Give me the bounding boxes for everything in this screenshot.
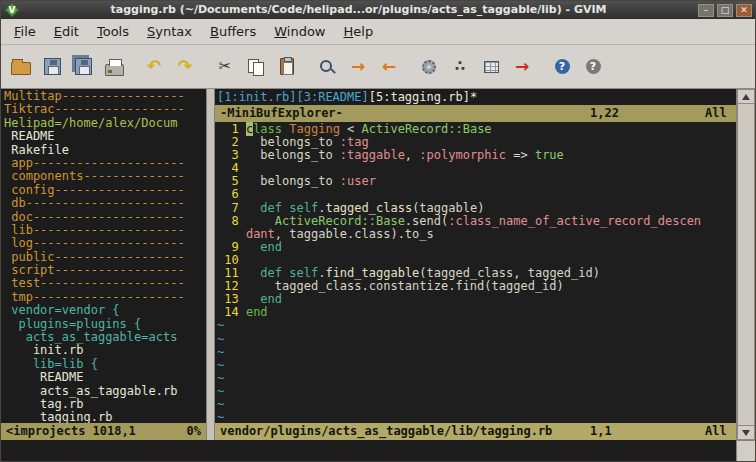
code-line[interactable]: 14 end: [217, 306, 736, 319]
menu-window[interactable]: Window: [265, 20, 334, 44]
tree-item[interactable]: test--------------------: [4, 277, 206, 290]
editor-status-line[interactable]: vendor/plugins/acts_as_taggable/lib/tagg…: [215, 423, 736, 440]
menu-file[interactable]: File: [5, 20, 45, 44]
code-line[interactable]: 9 end: [217, 241, 736, 254]
tree-item[interactable]: lib=lib {: [4, 358, 206, 371]
redo-button[interactable]: ↷: [171, 53, 199, 81]
tilde-marker: ~: [217, 384, 224, 398]
maximize-button[interactable]: □: [717, 4, 733, 17]
tree-item[interactable]: Multitap-----------------: [4, 90, 206, 103]
find-prev-icon: ←: [382, 58, 396, 75]
tree-item[interactable]: tagging.rb: [4, 411, 206, 423]
tree-item[interactable]: init.rb: [4, 344, 206, 357]
resize-corner[interactable]: [736, 440, 755, 461]
find-help-button[interactable]: ?: [579, 53, 607, 81]
tree-item[interactable]: doc---------------------: [4, 211, 206, 224]
close-button[interactable]: ✕: [736, 4, 752, 17]
code-token: def: [260, 266, 282, 280]
code-area[interactable]: 1 class Tagging < ActiveRecord::Base 2 b…: [215, 122, 736, 423]
tree-item[interactable]: config------------------: [4, 184, 206, 197]
editor-status-scroll: All: [705, 423, 731, 440]
line-number: 9: [217, 240, 246, 254]
save-icon: [44, 58, 61, 75]
tree-item[interactable]: tmp---------------------: [4, 291, 206, 304]
make-button[interactable]: [415, 53, 443, 81]
code-line[interactable]: 13 end: [217, 293, 736, 306]
tree-item[interactable]: acts_as_taggable=acts: [4, 331, 206, 344]
code-line[interactable]: 12 tagged_class.constantize.find(tagged_…: [217, 280, 736, 293]
copy-button[interactable]: [242, 53, 270, 81]
menu-edit[interactable]: Edit: [45, 20, 88, 44]
redo-icon: ↷: [178, 58, 192, 75]
code-token: end: [246, 305, 268, 319]
tag-jump-button[interactable]: →: [508, 53, 536, 81]
menu-tools[interactable]: Tools: [88, 20, 138, 44]
code-token: <: [340, 122, 362, 136]
undo-button[interactable]: ↶: [140, 53, 168, 81]
menu-buffers[interactable]: Buffers: [201, 20, 265, 44]
scrollbar-down-button[interactable]: [737, 425, 755, 440]
code-line[interactable]: 5 belongs_to :user: [217, 175, 736, 188]
vim-logo-icon: [6, 4, 18, 16]
tree-item[interactable]: lib---------------------: [4, 224, 206, 237]
buffer-tab[interactable]: [3:README]: [296, 90, 368, 104]
code-token: ,: [405, 148, 419, 162]
run-ctags-button[interactable]: ∴: [446, 53, 474, 81]
print-button[interactable]: [100, 53, 128, 81]
tree-item[interactable]: acts_as_taggable.rb: [4, 385, 206, 398]
find-replace-button[interactable]: [313, 53, 341, 81]
tree-item[interactable]: public------------------: [4, 251, 206, 264]
buffer-tab[interactable]: [1:init.rb]: [217, 90, 296, 104]
minimize-button[interactable]: –: [698, 4, 714, 17]
save-all-button[interactable]: [69, 53, 97, 81]
code-token: true: [535, 148, 564, 162]
tree-item[interactable]: app---------------------: [4, 157, 206, 170]
project-status-position: 1018,1: [92, 423, 135, 440]
tree-item[interactable]: README: [4, 371, 206, 384]
scrollbar-thumb[interactable]: [737, 104, 755, 425]
code-token: , taggable.class).to_s: [275, 227, 434, 241]
title-bar[interactable]: tagging.rb (~/Documents/Code/helipad...o…: [1, 1, 755, 19]
tree-item[interactable]: README: [4, 130, 206, 143]
code-token: [246, 292, 260, 306]
make-icon: [422, 60, 436, 74]
code-token: :class_name_of_active_record_descen: [448, 214, 701, 228]
tilde-line: ~: [217, 319, 736, 332]
tree-item[interactable]: tag.rb: [4, 398, 206, 411]
project-tree: Multitap-----------------Tiktrac--------…: [1, 89, 206, 423]
find-prev-button[interactable]: ←: [375, 53, 403, 81]
code-token: :polymorphic: [419, 148, 506, 162]
scrollbar-up-button[interactable]: [737, 89, 755, 104]
line-number: 4: [217, 161, 246, 175]
tree-item[interactable]: script------------------: [4, 264, 206, 277]
tree-item[interactable]: components--------------: [4, 170, 206, 183]
tree-item[interactable]: Tiktrac------------------: [4, 103, 206, 116]
project-status-line[interactable]: <improjects 1018,1 0%: [1, 423, 206, 440]
code-line[interactable]: dant, taggable.class).to_s: [217, 228, 736, 241]
open-button[interactable]: [7, 53, 35, 81]
toolbar: ↶↷✂→←∴→??: [1, 45, 755, 89]
code-token: self: [289, 201, 318, 215]
menu-help[interactable]: Help: [334, 20, 382, 44]
vertical-split-scrollbar[interactable]: [206, 89, 215, 440]
buffer-tab[interactable]: [5:tagging.rb]*: [369, 90, 477, 104]
tree-item[interactable]: Helipad=/home/alex/Docum: [4, 117, 206, 130]
tree-item[interactable]: log---------------------: [4, 237, 206, 250]
editor-status-file: vendor/plugins/acts_as_taggable/lib/tagg…: [220, 423, 552, 440]
help-button[interactable]: ?: [548, 53, 576, 81]
code-token: def: [260, 201, 282, 215]
cut-button[interactable]: ✂: [211, 53, 239, 81]
tree-item[interactable]: plugins=plugins {: [4, 318, 206, 331]
tree-item[interactable]: vendor=vendor {: [4, 304, 206, 317]
line-number: 5: [217, 174, 246, 188]
code-token: dant: [246, 227, 275, 241]
tag-list-button[interactable]: [477, 53, 505, 81]
code-line[interactable]: 3 belongs_to :taggable, :polymorphic => …: [217, 149, 736, 162]
save-button[interactable]: [38, 53, 66, 81]
menu-syntax[interactable]: Syntax: [138, 20, 201, 44]
minibufexplorer-status-line[interactable]: -MiniBufExplorer- 1,22 All: [215, 105, 736, 122]
paste-button[interactable]: [273, 53, 301, 81]
tree-item[interactable]: Rakefile: [4, 144, 206, 157]
find-next-button[interactable]: →: [344, 53, 372, 81]
tree-item[interactable]: db----------------------: [4, 197, 206, 210]
